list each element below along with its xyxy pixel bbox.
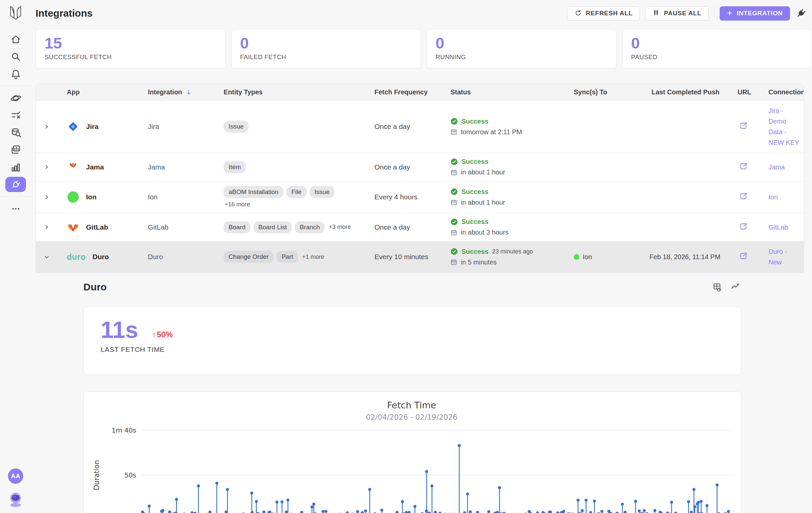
- chart-subtitle: 02/04/2026 - 02/19/2026: [366, 413, 458, 421]
- sidebar-item-bell[interactable]: [6, 66, 26, 81]
- external-link-icon[interactable]: [738, 192, 748, 202]
- avatar[interactable]: AA: [8, 468, 23, 484]
- plug-icon[interactable]: [795, 8, 807, 19]
- calendar-icon: [451, 199, 457, 206]
- refresh-all-button[interactable]: REFRESH ALL: [567, 6, 640, 21]
- external-link-icon[interactable]: [738, 162, 748, 172]
- calendar-icon: [451, 259, 457, 265]
- divider: [0, 86, 31, 86]
- table-row-jira[interactable]: JiraJiraIssueOnce a daySuccesstomorrow a…: [36, 101, 804, 153]
- add-integration-button[interactable]: + INTEGRATION: [720, 6, 790, 21]
- sort-desc-icon[interactable]: [185, 89, 192, 96]
- success-check-icon: [451, 218, 458, 226]
- stat-card: 0PAUSED: [622, 29, 812, 68]
- expand-row-button[interactable]: [41, 221, 53, 233]
- arrow-up-icon: ↑: [152, 330, 156, 339]
- entity-chip: Branch: [295, 221, 325, 233]
- external-link-icon[interactable]: [738, 121, 748, 131]
- next-fetch-time: in about 1 hour: [461, 199, 505, 206]
- sidebar-item-home[interactable]: [6, 32, 26, 47]
- connection-link[interactable]: Jira - Demo Data - NEW KEY: [768, 107, 799, 146]
- fetch-time-chart-card: Fetch Time02/04/2026 - 02/19/202650s1m 4…: [83, 391, 741, 513]
- header-last-completed-push[interactable]: Last Completed Push: [642, 88, 733, 96]
- stat-value: 15: [45, 34, 216, 52]
- sidebar-item-search[interactable]: [6, 49, 26, 64]
- more-entities-label: +3 more: [328, 224, 351, 231]
- header-url[interactable]: URL: [733, 88, 759, 96]
- pause-all-button[interactable]: PAUSE ALL: [645, 6, 709, 21]
- bell-icon: [10, 68, 21, 79]
- entity-chip: aBOM Installation: [224, 186, 283, 198]
- external-link-icon[interactable]: [738, 222, 748, 232]
- chevron-right-icon: [44, 164, 50, 170]
- status-text: Success: [462, 158, 488, 166]
- fetch-time-chart: Fetch Time02/04/2026 - 02/19/202650s1m 4…: [84, 392, 741, 513]
- home-icon: [10, 34, 21, 45]
- ion-logo: [67, 191, 79, 203]
- main-content: Integrations REFRESH ALL PAUSE ALL + INT…: [31, 0, 812, 513]
- table-row-gitlab[interactable]: GitLabGitLabBoardBoard ListBranch+3 more…: [36, 213, 804, 241]
- app-name: Jama: [86, 163, 104, 171]
- header-connection[interactable]: Connection: [759, 88, 804, 96]
- metric-value: 11s: [101, 319, 138, 341]
- next-fetch-time: in about 3 hours: [461, 229, 508, 236]
- entity-chip: Change Order: [224, 251, 273, 263]
- pause-all-label: PAUSE ALL: [664, 10, 701, 17]
- next-fetch-time: in about 1 hour: [461, 168, 505, 176]
- trend-icon[interactable]: [731, 282, 741, 292]
- table-header: App Integration Entity Types Fetch Frequ…: [36, 84, 804, 101]
- table-body: JiraJiraIssueOnce a daySuccesstomorrow a…: [36, 101, 804, 273]
- header-integration[interactable]: Integration: [139, 88, 214, 96]
- duro-wordmark: duro: [67, 251, 86, 263]
- entity-chip: Issue: [224, 121, 249, 133]
- connection-link[interactable]: Duro - New: [768, 248, 787, 266]
- y-axis-label: Duration: [93, 460, 101, 490]
- more-entities-label: +1 more: [302, 254, 324, 260]
- expand-row-button[interactable]: [41, 191, 53, 203]
- calendar-icon: [451, 229, 457, 236]
- connection-link[interactable]: Ion: [768, 193, 778, 201]
- expand-row-button[interactable]: [41, 161, 53, 173]
- planet-icon: [10, 93, 21, 104]
- sidebar-item-checklist[interactable]: [6, 108, 26, 123]
- expand-row-button[interactable]: [41, 121, 53, 133]
- sidebar-item-database-search[interactable]: [6, 125, 26, 140]
- refresh-icon: [575, 9, 581, 18]
- header-syncs-to[interactable]: Sync(s) To: [564, 88, 642, 96]
- last-completed-push: Feb 18, 2026, 11:14 PM: [642, 249, 733, 265]
- jama-logo: [67, 161, 79, 173]
- refresh-all-label: REFRESH ALL: [586, 10, 633, 17]
- sidebar-item-plug[interactable]: [5, 177, 26, 192]
- app-name: Ion: [86, 193, 97, 201]
- entity-chip: File: [286, 186, 307, 198]
- success-check-icon: [451, 188, 458, 195]
- header-entity-types[interactable]: Entity Types: [214, 88, 365, 96]
- database-search-icon: [10, 127, 21, 138]
- astronaut-icon[interactable]: [8, 491, 24, 507]
- stat-card: 0FAILED FETCH: [231, 29, 421, 68]
- page-title: Integrations: [35, 8, 93, 19]
- y-tick-label: 50s: [124, 471, 136, 479]
- header-status[interactable]: Status: [441, 88, 564, 96]
- external-link-icon[interactable]: [738, 252, 748, 261]
- collapse-row-button[interactable]: [41, 251, 53, 263]
- fetch-frequency: Every 4 hours: [365, 189, 441, 206]
- table-row-duro[interactable]: duroDuroDuroChange OrderPart+1 moreEvery…: [36, 241, 804, 273]
- sidebar-item-bar-chart[interactable]: [6, 160, 26, 175]
- connection-link[interactable]: GitLab: [768, 224, 788, 231]
- connection-link[interactable]: Jama: [768, 164, 785, 171]
- sidebar-item-ellipsis[interactable]: [6, 201, 26, 216]
- sidebar-item-planet[interactable]: [6, 90, 26, 106]
- header-app[interactable]: App: [57, 88, 139, 96]
- chevron-right-icon: [44, 254, 50, 260]
- sidebar-item-reports[interactable]: [6, 142, 26, 158]
- entity-chip: Issue: [310, 186, 335, 198]
- header-fetch-frequency[interactable]: Fetch Frequency: [365, 88, 441, 96]
- divider: [0, 196, 31, 197]
- gitlab-logo: [67, 221, 79, 234]
- table-row-ion[interactable]: IonIonaBOM InstallationFileIssue+16 more…: [36, 181, 804, 213]
- table-sync-icon[interactable]: [713, 282, 723, 292]
- checklist-icon: [10, 110, 21, 121]
- table-row-jama[interactable]: JamaJamaItemOnce a daySuccessin about 1 …: [36, 153, 804, 181]
- entity-chip: Board: [224, 221, 251, 233]
